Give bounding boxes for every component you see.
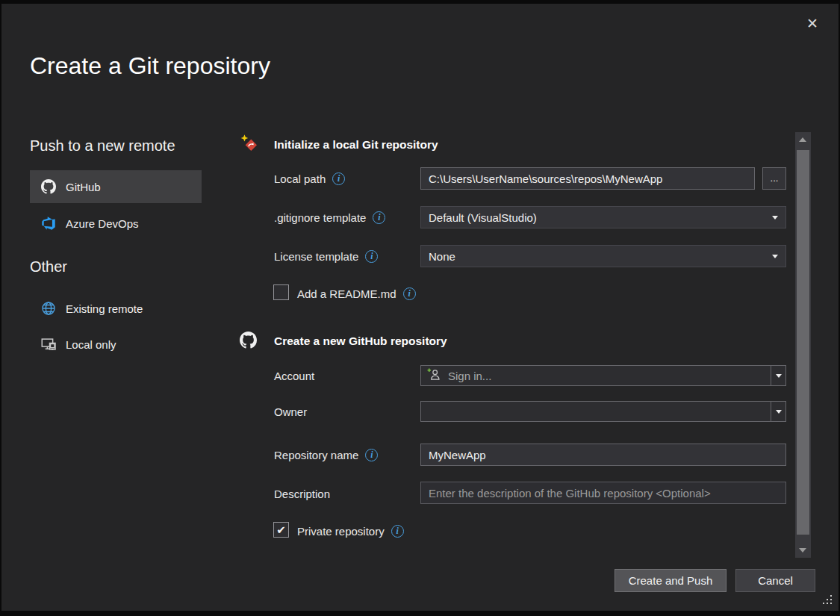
cancel-button[interactable]: Cancel [735,569,815,592]
sidebar-item-github[interactable]: GitHub [30,170,202,203]
sidebar-item-label: Existing remote [66,302,143,315]
private-repository-label: Private repository [297,525,385,538]
gitignore-label: .gitignore template [274,211,366,224]
description-label: Description [274,488,330,500]
local-path-info-icon[interactable] [332,172,345,185]
sidebar-item-label: Azure DevOps [66,217,139,230]
chevron-down-icon [772,216,778,220]
github-icon [41,179,56,194]
gitignore-selected-value: Default (VisualStudio) [429,211,537,224]
license-label-row: License template [274,249,378,264]
scrollbar-track[interactable] [795,132,811,558]
account-label: Account [274,370,314,382]
push-to-remote-heading: Push to a new remote [30,137,175,155]
sign-in-icon [427,368,442,383]
description-input[interactable] [420,482,786,504]
browse-button[interactable]: ... [762,167,786,190]
license-template-dropdown[interactable]: None [420,245,786,267]
owner-dropdown[interactable] [420,401,786,422]
readme-checkbox[interactable] [273,284,289,300]
private-repository-checkbox[interactable] [273,522,289,538]
scrollbar-thumb[interactable] [797,150,809,535]
gitignore-template-dropdown[interactable]: Default (VisualStudio) [420,206,786,228]
repository-name-info-icon[interactable] [365,449,378,461]
repository-name-input[interactable] [420,444,786,466]
scrollbar-down-arrow-icon[interactable] [799,548,806,553]
sidebar-item-label: GitHub [66,181,101,193]
sidebar-item-local-only[interactable]: Local only [30,328,202,361]
close-button[interactable]: ✕ [800,12,824,34]
sidebar-item-azure-devops[interactable]: Azure DevOps [30,207,202,240]
github-section-heading: Create a new GitHub repository [274,335,447,348]
create-and-push-button[interactable]: Create and Push [615,569,727,592]
gitignore-label-row: .gitignore template [274,210,385,225]
gitignore-info-icon[interactable] [373,211,385,224]
account-dropdown-button[interactable] [771,366,785,385]
init-repository-icon [240,134,260,157]
repository-name-label-row: Repository name [274,447,378,462]
local-path-label: Local path [274,172,326,185]
azure-devops-icon [41,216,56,231]
account-dropdown[interactable]: Sign in... [420,365,786,386]
chevron-down-icon [776,410,782,414]
create-git-repository-dialog: { "window": { "title": "Create a Git rep… [0,0,840,616]
chevron-down-icon [776,374,782,378]
sidebar-item-label: Local only [66,338,116,351]
license-selected-value: None [429,250,455,263]
account-placeholder: Sign in... [448,370,491,382]
account-label-row: Account [274,368,314,383]
window-edge-left [0,0,1,616]
local-path-input[interactable] [420,167,755,190]
private-repository-info-icon[interactable] [391,525,404,538]
scrollbar-up-arrow-icon[interactable] [799,137,806,142]
local-path-label-row: Local path [274,171,345,186]
window-edge-bottom [0,611,840,616]
window-edge-top [0,0,840,4]
private-repository-label-row: Private repository [297,523,404,538]
license-info-icon[interactable] [365,250,378,263]
monitor-icon [41,337,56,352]
resize-grip[interactable] [821,594,833,609]
repository-name-label: Repository name [274,449,358,461]
globe-icon [41,301,56,316]
dialog-title: Create a Git repository [30,52,270,80]
github-section-icon [240,332,257,352]
chevron-down-icon [772,255,778,258]
owner-label-row: Owner [274,404,307,419]
readme-info-icon[interactable] [403,287,416,300]
description-label-row: Description [274,486,330,501]
other-heading: Other [30,258,67,276]
owner-label: Owner [274,405,307,418]
readme-label: Add a README.md [297,287,396,300]
sidebar-item-existing-remote[interactable]: Existing remote [30,292,202,325]
readme-label-row: Add a README.md [297,286,416,301]
owner-dropdown-button[interactable] [771,402,785,421]
init-section-heading: Initialize a local Git repository [274,138,438,152]
license-label: License template [274,250,358,263]
